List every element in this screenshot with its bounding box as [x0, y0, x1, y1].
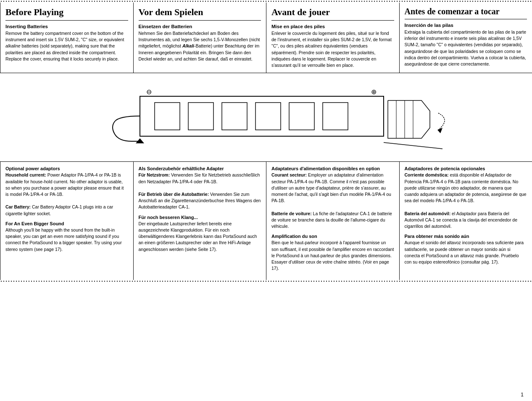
svg-rect-5: [222, 103, 247, 130]
es-adaptadores-section: Adaptadores de potencia opcionales Corri…: [405, 166, 527, 230]
fr-adaptateur-text: Courant secteur: Employer un adaptateur …: [271, 172, 394, 230]
en-bigger-sound-heading: For An Even Bigger Sound: [5, 221, 128, 226]
fr-amplification-section: Amplification du son Bien que le haut-pa…: [271, 234, 394, 272]
page-number: 1: [521, 392, 524, 398]
french-inserting-text: Enlever le couvercle du logement des pil…: [271, 30, 394, 69]
svg-rect-7: [289, 103, 314, 130]
en-bigger-sound-section: For An Even Bigger Sound Although you'll…: [5, 221, 128, 253]
column-english: Before Playing Inserting Batteries Remov…: [0, 3, 134, 73]
spanish-title: Antes de comenzar a tocar: [405, 7, 527, 19]
de-adapter-text: Für Netzstrom: Verwenden Sie für Netzbet…: [139, 172, 261, 210]
diagram-row: ⊖ ⊕: [0, 73, 532, 162]
fr-adaptateur-heading: Adaptateurs d'alimentation disponibles e…: [271, 166, 394, 171]
german-title: Vor dem Spielen: [139, 7, 261, 21]
en-bigger-sound-text: Although you'll be happy with the sound …: [5, 227, 128, 253]
main-content: Before Playing Inserting Batteries Remov…: [0, 3, 532, 280]
german-inserting-text: Nehmen Sie den Batteriefachdeckel am Bod…: [139, 30, 261, 62]
svg-text:⊖: ⊖: [146, 88, 152, 95]
svg-line-14: [384, 142, 442, 149]
svg-text:⊕: ⊕: [371, 88, 377, 95]
svg-rect-4: [188, 103, 213, 130]
bottom-col-spanish: Adaptadores de potencia opcionales Corri…: [400, 162, 532, 280]
fr-amplification-heading: Amplification du son: [271, 234, 394, 239]
top-columns-row: Before Playing Inserting Batteries Remov…: [0, 3, 532, 73]
bottom-columns-row: Optional power adaptors Household curren…: [0, 162, 532, 280]
es-sonido-heading: Para obtener más sonido aún: [405, 234, 527, 239]
french-title: Avant de jouer: [271, 7, 394, 21]
english-title: Before Playing: [5, 7, 128, 21]
english-inserting-text: Remove the battery compartment cover on …: [5, 30, 128, 62]
de-adapter-heading: Als Sonderzubehör erhältliche Adapter: [139, 166, 261, 171]
column-german: Vor dem Spielen Einsetzen der Batterien …: [134, 3, 267, 73]
spanish-inserting-heading: Inserción de las pilas: [405, 23, 527, 28]
svg-rect-8: [323, 103, 348, 130]
de-klang-section: Für noch besseren Klang... Der eingebaut…: [139, 215, 261, 253]
bottom-col-english: Optional power adaptors Household curren…: [0, 162, 134, 280]
bottom-col-german: Als Sonderzubehör erhältliche Adapter Fü…: [134, 162, 267, 280]
en-optional-section: Optional power adaptors Household curren…: [5, 166, 128, 217]
svg-rect-3: [155, 103, 180, 130]
en-optional-text: Household current: Power Adaptor PA-1/PA…: [5, 172, 128, 217]
de-klang-text: Der eingebaute Lautsprecher liefert bere…: [139, 221, 261, 253]
de-adapter-section: Als Sonderzubehör erhältliche Adapter Fü…: [139, 166, 261, 210]
column-spanish: Antes de comenzar a tocar Inserción de l…: [400, 3, 532, 73]
es-sonido-section: Para obtener más sonido aún Aunque el so…: [405, 234, 527, 265]
battery-diagram: ⊖ ⊕: [77, 79, 455, 155]
es-adaptadores-heading: Adaptadores de potencia opcionales: [405, 166, 527, 171]
column-french: Avant de jouer Mise en place des piles E…: [266, 3, 400, 73]
spanish-inserting-text: Extraiga la cubierta del compartimiento …: [405, 29, 527, 67]
bottom-border: [0, 280, 532, 282]
svg-rect-6: [255, 103, 281, 130]
german-inserting-heading: Einsetzen der Batterien: [139, 24, 261, 29]
page-wrapper: Before Playing Inserting Batteries Remov…: [0, 0, 532, 282]
bottom-col-french: Adaptateurs d'alimentation disponibles e…: [266, 162, 400, 280]
es-adaptadores-text: Corriente doméstica: está disponible el …: [405, 172, 527, 230]
es-sonido-text: Aunque el sonido del altavoz incorporado…: [405, 240, 527, 265]
fr-adaptateur-section: Adaptateurs d'alimentation disponibles e…: [271, 166, 394, 230]
french-inserting-heading: Mise en place des piles: [271, 24, 394, 29]
en-optional-heading: Optional power adaptors: [5, 166, 128, 171]
english-inserting-heading: Inserting Batteries: [5, 24, 128, 29]
de-klang-heading: Für noch besseren Klang...: [139, 215, 261, 220]
fr-amplification-text: Bien que le haut-parleur incorporé à l'a…: [271, 240, 394, 272]
